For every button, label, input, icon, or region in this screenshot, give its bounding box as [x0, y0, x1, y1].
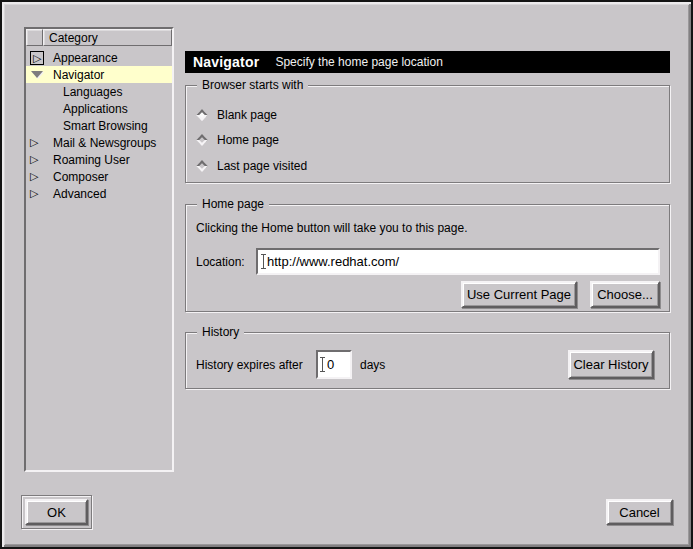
history-days-input[interactable]: [316, 350, 352, 379]
tree-item-label: Mail & Newsgroups: [50, 136, 156, 150]
radio-label: Home page: [217, 133, 279, 147]
tree-item-appearance[interactable]: ▷ Appearance: [26, 49, 172, 66]
home-page-description: Clicking the Home button will take you t…: [196, 221, 467, 235]
tree-header-spacer-cell: [26, 29, 43, 46]
radio-label: Blank page: [217, 108, 277, 122]
tree-item-label: Roaming User: [50, 153, 130, 167]
tree-header-category-cell: Category: [43, 29, 172, 46]
button-label: Cancel: [619, 505, 659, 520]
collapsed-triangle-icon[interactable]: ▷: [30, 188, 38, 199]
radio-blank-page[interactable]: Blank page: [194, 107, 277, 123]
preferences-window: Category ▷ Appearance Navigator Language…: [0, 0, 693, 549]
tree-item-advanced[interactable]: ▷ Advanced: [26, 185, 172, 202]
tree-header-label: Category: [49, 31, 98, 45]
button-label: OK: [47, 505, 66, 520]
radio-label: Last page visited: [217, 159, 307, 173]
tree-item-applications[interactable]: Applications: [26, 100, 172, 117]
use-current-page-button[interactable]: Use Current Page: [461, 281, 577, 308]
days-label: days: [360, 358, 385, 372]
location-label: Location:: [196, 255, 245, 269]
choose-button[interactable]: Choose...: [590, 281, 660, 308]
tree-item-label: Applications: [60, 102, 128, 116]
section-header: Navigator Specify the home page location: [185, 51, 670, 73]
radio-selected-icon[interactable]: [196, 109, 207, 120]
clear-history-button[interactable]: Clear History: [568, 350, 654, 379]
tree-item-smart-browsing[interactable]: Smart Browsing: [26, 117, 172, 134]
history-expires-label: History expires after: [196, 358, 303, 372]
tree-item-label: Navigator: [50, 68, 104, 82]
tree-item-languages[interactable]: Languages: [26, 83, 172, 100]
collapsed-triangle-icon[interactable]: ▷: [30, 171, 38, 182]
category-tree: Category ▷ Appearance Navigator Language…: [24, 27, 174, 472]
tree-item-label: Advanced: [50, 187, 106, 201]
tree-item-roaming-user[interactable]: ▷ Roaming User: [26, 151, 172, 168]
tree-item-mail-newsgroups[interactable]: ▷ Mail & Newsgroups: [26, 134, 172, 151]
radio-unselected-icon[interactable]: [196, 160, 207, 171]
cancel-button[interactable]: Cancel: [606, 499, 673, 525]
page-title: Navigator: [193, 54, 259, 70]
group-legend: Home page: [197, 197, 269, 211]
button-label: Choose...: [597, 287, 653, 302]
group-legend: History: [197, 325, 244, 339]
history-group: History History expires after days Clear…: [185, 332, 670, 389]
button-label: Use Current Page: [467, 287, 571, 302]
collapsed-triangle-icon[interactable]: ▷: [30, 154, 38, 165]
tree-rows: ▷ Appearance Navigator Languages Applica…: [26, 49, 172, 202]
expanded-triangle-icon[interactable]: [31, 71, 43, 78]
button-label: Clear History: [573, 357, 648, 372]
page-subtitle: Specify the home page location: [275, 55, 442, 69]
radio-home-page[interactable]: Home page: [194, 132, 279, 148]
group-legend: Browser starts with: [197, 78, 308, 92]
location-input[interactable]: [256, 248, 660, 275]
home-page-group: Home page Clicking the Home button will …: [185, 204, 670, 312]
tree-item-navigator[interactable]: Navigator: [26, 66, 172, 83]
ok-button[interactable]: OK: [25, 499, 88, 525]
expander-focus-box: ▷: [30, 51, 44, 65]
tree-item-label: Composer: [50, 170, 108, 184]
collapsed-triangle-icon[interactable]: ▷: [33, 52, 41, 64]
collapsed-triangle-icon[interactable]: ▷: [30, 137, 38, 148]
ok-default-frame: OK: [21, 495, 92, 529]
browser-starts-with-group: Browser starts with Blank page Home page…: [185, 85, 670, 183]
tree-item-composer[interactable]: ▷ Composer: [26, 168, 172, 185]
radio-unselected-icon[interactable]: [196, 134, 207, 145]
tree-item-label: Appearance: [50, 51, 118, 65]
tree-header: Category: [26, 29, 172, 46]
tree-item-label: Languages: [60, 85, 122, 99]
tree-item-label: Smart Browsing: [60, 119, 148, 133]
radio-last-page-visited[interactable]: Last page visited: [194, 158, 307, 174]
